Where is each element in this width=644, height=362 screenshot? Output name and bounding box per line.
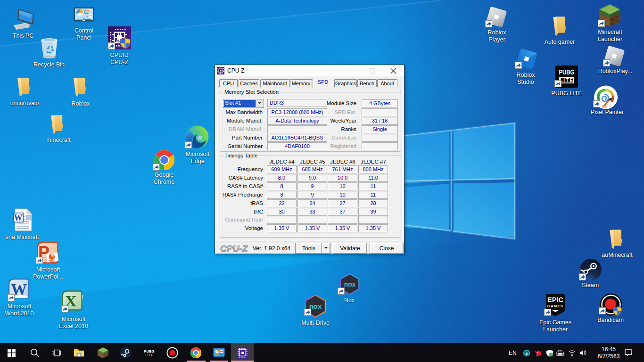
svg-text:LITE: LITE — [146, 354, 153, 357]
svg-text:PUBG: PUBG — [559, 68, 575, 76]
svg-text:LITE: LITE — [560, 78, 574, 83]
svg-text:nox: nox — [344, 280, 356, 288]
svg-text:e: e — [526, 351, 528, 356]
svg-text:GAMES: GAMES — [547, 304, 563, 308]
svg-text:W: W — [14, 213, 23, 222]
svg-text:PUBG: PUBG — [144, 349, 154, 354]
svg-text:EPIC: EPIC — [547, 296, 563, 304]
